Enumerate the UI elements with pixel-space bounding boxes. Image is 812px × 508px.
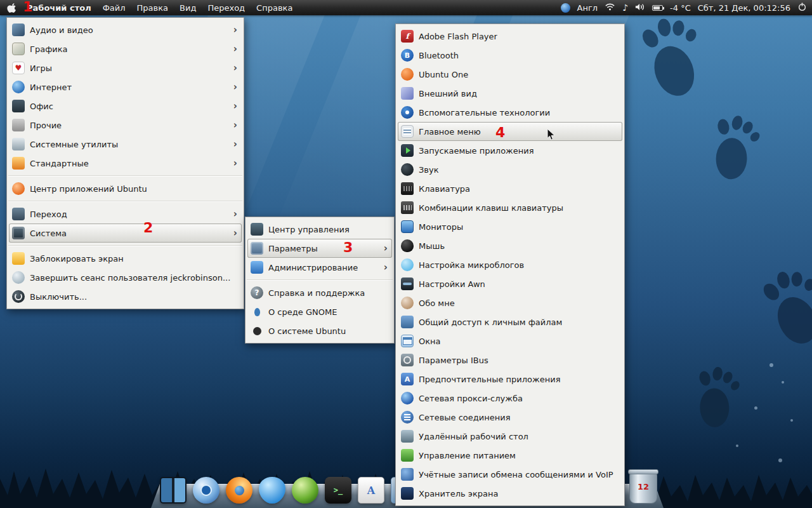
menu-item-keyboard-shortcuts[interactable]: Комбинации клавиш клавиатуры xyxy=(396,198,624,217)
menu-item-preferences[interactable]: Параметры xyxy=(247,239,392,258)
menu-item-other[interactable]: Прочие xyxy=(7,116,244,135)
menu-item-system[interactable]: Система xyxy=(9,224,242,243)
menu-item-about-me[interactable]: Обо мне xyxy=(396,293,624,312)
gnome-footprint xyxy=(688,363,745,432)
keyboard-layout-label[interactable]: Англ xyxy=(577,3,598,13)
volume-icon[interactable] xyxy=(635,3,645,13)
mouse-cursor xyxy=(547,128,556,144)
menu-item-awn-settings[interactable]: Настройки Awn xyxy=(396,274,624,293)
menu-item-administration[interactable]: Администрирование xyxy=(246,258,394,277)
menu-item-label: Общий доступ к личным файлам xyxy=(419,318,562,327)
screensaver-icon xyxy=(401,487,414,500)
menu-item-control-center[interactable]: Центр управления xyxy=(246,220,394,239)
wifi-icon[interactable] xyxy=(605,3,615,13)
submenu-arrow-icon xyxy=(233,121,237,130)
gnome-footprint xyxy=(702,110,766,187)
flash-player-icon xyxy=(401,30,414,43)
green-orb-app-icon[interactable] xyxy=(292,477,318,504)
submenu-arrow-icon xyxy=(233,64,237,73)
menu-item-label: Bluetooth xyxy=(419,51,459,60)
music-note-icon[interactable] xyxy=(622,3,628,13)
menu-item-assistive-tech[interactable]: Вспомогательные технологии xyxy=(396,103,624,122)
menu-item-ubuntu-one[interactable]: Ubuntu One xyxy=(396,65,624,84)
menu-item-main-menu[interactable]: Главное меню xyxy=(398,122,622,141)
menu-item-sound[interactable]: Звук xyxy=(396,160,624,179)
battery-icon[interactable] xyxy=(652,5,663,11)
messaging-voip-accounts-icon xyxy=(401,468,414,481)
menubar-item-go[interactable]: Переход xyxy=(207,3,245,13)
menu-item-help-support[interactable]: Справка и поддержка xyxy=(246,283,394,302)
menu-item-label: Хранитель экрана xyxy=(419,489,498,498)
firefox-browser-icon[interactable] xyxy=(226,477,252,504)
menubar-item-help[interactable]: Справка xyxy=(256,3,292,13)
chromium-browser-icon[interactable] xyxy=(193,477,219,504)
menu-item-network-connections[interactable]: Сетевые соединения xyxy=(396,408,624,427)
menu-item-mouse[interactable]: Мышь xyxy=(396,236,624,255)
water-drop-app-icon[interactable] xyxy=(259,477,285,504)
menu-item-keyboard[interactable]: Клавиатура xyxy=(396,179,624,198)
menu-item-remote-desktop[interactable]: Удалённый рабочий стол xyxy=(396,427,624,446)
menu-item-startup-apps[interactable]: Запускаемые приложения xyxy=(396,141,624,160)
menu-item-ubuntu-software-center[interactable]: Центр приложений Ubuntu xyxy=(7,179,244,198)
menu-item-microblogging[interactable]: Настройка микроблогов xyxy=(396,255,624,274)
menu-item-about-gnome[interactable]: О среде GNOME xyxy=(246,302,394,321)
menu-item-places[interactable]: Переход xyxy=(7,204,244,224)
power-icon[interactable] xyxy=(797,2,807,13)
menu-item-about-ubuntu[interactable]: О системе Ubuntu xyxy=(246,321,394,340)
windows-icon xyxy=(401,335,414,347)
workspace-switcher-icon[interactable] xyxy=(160,477,187,504)
bluetooth-icon xyxy=(401,49,414,62)
menu-item-lock-screen[interactable]: Заблокировать экран xyxy=(7,249,244,268)
menu-item-system-tools[interactable]: Системные утилиты xyxy=(7,135,244,154)
menu-item-internet[interactable]: Интернет xyxy=(7,77,244,97)
menu-item-screensaver[interactable]: Хранитель экрана xyxy=(396,484,624,503)
preferences-icon xyxy=(251,242,263,255)
menu-item-shut-down[interactable]: Выключить... xyxy=(7,287,244,306)
menu-item-network-proxy[interactable]: Сетевая прокси-служба xyxy=(396,389,624,408)
menu-item-preferred-apps[interactable]: Предпочтительные приложения xyxy=(396,370,624,389)
menu-item-games[interactable]: Игры xyxy=(7,58,244,77)
menu-item-accessories[interactable]: Стандартные xyxy=(7,154,244,173)
keyboard-shortcuts-icon xyxy=(401,201,414,214)
submenu-arrow-icon xyxy=(233,25,237,35)
trash-count-badge: 12 xyxy=(638,482,649,491)
clock-label[interactable]: Сбт, 21 Дек, 00:12:56 xyxy=(698,3,790,13)
system-submenu: Центр управления Параметры Администриров… xyxy=(245,217,395,344)
menu-item-label: Главное меню xyxy=(419,127,481,137)
menubar-item-edit[interactable]: Правка xyxy=(137,3,168,13)
submenu-arrow-icon xyxy=(233,210,237,219)
menu-item-appearance[interactable]: Внешний вид xyxy=(396,84,624,103)
menu-item-label: Adobe Flash Player xyxy=(419,32,497,41)
annotation-step-2: 2 xyxy=(143,220,153,236)
menu-item-graphics[interactable]: Графика xyxy=(7,39,244,58)
annotation-step-4: 4 xyxy=(495,124,505,140)
mouse-icon xyxy=(401,239,414,252)
menu-item-flash-player[interactable]: Adobe Flash Player xyxy=(396,27,624,46)
menu-item-file-sharing[interactable]: Общий доступ к личным файлам xyxy=(396,312,624,331)
menu-item-label: Ubuntu One xyxy=(419,70,468,79)
menu-item-ibus[interactable]: Параметры IBus xyxy=(396,351,624,370)
menu-item-audio-video[interactable]: Аудио и видео xyxy=(7,20,244,39)
menu-item-bluetooth[interactable]: Bluetooth xyxy=(396,46,624,65)
menu-item-office[interactable]: Офис xyxy=(7,97,244,116)
menubar-app-title[interactable]: Рабочий стол xyxy=(27,3,91,13)
menu-item-windows[interactable]: Окна xyxy=(396,331,624,351)
menu-item-messaging-voip[interactable]: Учётные записи обмена сообщениями и VoIP xyxy=(396,465,624,484)
menu-item-label: Система xyxy=(30,229,67,238)
startup-applications-icon xyxy=(401,144,414,157)
apple-menu-icon[interactable] xyxy=(7,3,16,13)
terminal-icon[interactable] xyxy=(325,477,351,504)
menu-item-power-management[interactable]: Управление питанием xyxy=(396,446,624,465)
keyboard-indicator-icon[interactable] xyxy=(561,3,570,13)
remote-desktop-icon xyxy=(401,430,414,443)
menubar-item-file[interactable]: Файл xyxy=(103,3,126,13)
menu-item-log-out[interactable]: Завершить сеанс пользователя jeckrobinso… xyxy=(7,268,244,287)
trash-icon[interactable]: 12 xyxy=(629,472,657,504)
menubar-item-view[interactable]: Вид xyxy=(180,3,196,13)
menu-item-label: Удалённый рабочий стол xyxy=(419,432,528,441)
menu-item-label: О среде GNOME xyxy=(268,307,337,317)
bubble xyxy=(736,444,738,447)
submenu-arrow-icon xyxy=(233,159,237,168)
document-editor-icon[interactable] xyxy=(358,477,384,504)
menu-item-monitors[interactable]: Мониторы xyxy=(396,217,624,236)
